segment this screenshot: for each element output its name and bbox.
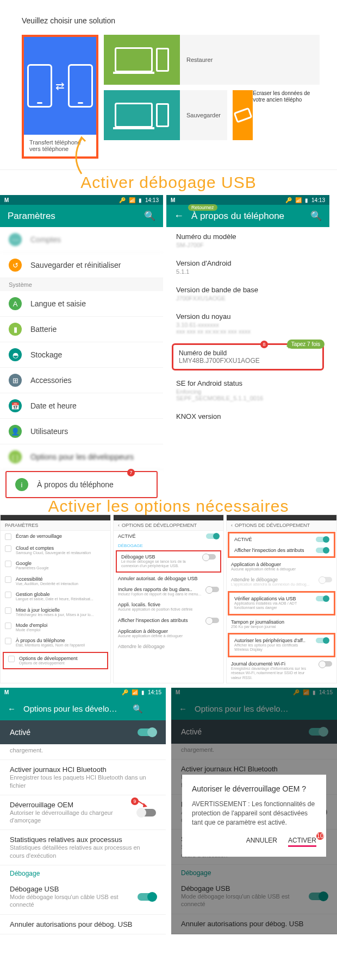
mini-lock[interactable]: Écran de verrouillage: [1, 531, 110, 543]
active-toggle[interactable]: [138, 728, 156, 736]
solution-chooser: Veuillez choisir une solution ⇄ Transfer…: [0, 0, 337, 170]
mini-devopts-col2: ‹OPTIONS DE DÉVELOPPEMENT ACTIVÉ Affiche…: [226, 514, 337, 683]
info-icon: i: [15, 478, 28, 491]
transfer-arrows-icon: ⇄: [55, 79, 65, 92]
mini-devopt-highlighted[interactable]: Options de développementOptions de dével…: [3, 652, 108, 669]
row-comptes[interactable]: ⋯Comptes: [0, 227, 163, 253]
back-icon[interactable]: ←: [8, 704, 16, 713]
about-baseband[interactable]: Version de bande de baseJ700FXXU1AOGE: [166, 280, 329, 307]
mini-about[interactable]: À propos du téléphoneÉtat, Mentions léga…: [1, 635, 110, 650]
orange-group-3: Autoriser les périphériques d'aff..Affic…: [228, 633, 335, 657]
users-icon: 👤: [9, 425, 22, 438]
about-appbar: ← À propos du téléphone 🔍 Retournez: [166, 205, 329, 227]
row-battery[interactable]: ▮Batterie: [0, 317, 163, 342]
headline-options: Activer les options nécessaires: [0, 494, 337, 519]
row-users[interactable]: 👤Utilisateurs: [0, 419, 163, 444]
search-icon[interactable]: 🔍: [133, 704, 143, 714]
debug-category: Débogage: [0, 865, 166, 880]
mini-cloud[interactable]: Cloud et comptesSamsung Cloud, Sauvegard…: [1, 543, 110, 558]
orange-group-2: Vérifier applications via USBApplication…: [228, 591, 335, 615]
settings-title: Paramètres: [8, 211, 55, 222]
about-knox[interactable]: KNOX version: [166, 407, 329, 427]
mini-active[interactable]: ACTIVÉ: [114, 531, 223, 542]
battery-icon: ▮: [9, 323, 22, 336]
about-model[interactable]: Numéro du modèleSM-J700F: [166, 227, 329, 254]
accessories-icon: ⊞: [9, 374, 22, 387]
mini-appdebug[interactable]: Application à déboguerAucune application…: [114, 626, 223, 641]
dev-screen-left: M🔑📶▮14:15 ←Options pour les dévelo…🔍 Act…: [0, 688, 166, 934]
card-transfer[interactable]: ⇄ Transfert téléphone vers téléphone: [22, 35, 98, 159]
mini-inspect[interactable]: Afficher l'inspection des attributs: [114, 615, 223, 626]
mini-gestion[interactable]: Gestion globaleLangue et saisie, Date et…: [1, 589, 110, 604]
search-icon[interactable]: 🔍: [310, 210, 322, 222]
about-se[interactable]: SE for Android statusEnforcingSEPF_SECMO…: [166, 374, 329, 407]
card-restore[interactable]: Restaurer: [104, 35, 320, 85]
about-screen: M🔑📶▮14:13 ← À propos du téléphone 🔍 Reto…: [166, 195, 329, 499]
dialog-activer-button[interactable]: ACTIVER10: [288, 837, 316, 847]
search-icon[interactable]: 🔍: [144, 210, 155, 222]
mini3-wifi[interactable]: Journal documenté Wi-FiEnregistrez davan…: [227, 658, 336, 683]
tap-7-tip: Tapez 7 fois: [287, 340, 324, 349]
dialog-cancel-button[interactable]: ANNULER: [246, 837, 277, 847]
dev-revoke[interactable]: Annuler autorisations pour débog. USB: [0, 915, 166, 934]
mini-mode[interactable]: Mode d'emploiMode d'emploi: [1, 620, 110, 635]
headline-usb-debug: Activer débogage USB: [0, 170, 337, 195]
chooser-title: Veuillez choisir une solution: [22, 16, 315, 25]
dev-hci[interactable]: Activer journaux HCI BluetoothEnregistre…: [0, 760, 166, 795]
system-category: Système: [0, 278, 163, 291]
row-dev-blurred[interactable]: { }Options pour les développeurs: [0, 444, 163, 470]
mini-maj[interactable]: Mise à jour logicielleTéléchargez les mi…: [1, 605, 110, 620]
dialog-title: Autoriser le déverrouillage OEM ?: [192, 784, 316, 793]
mini-google[interactable]: GoogleParamètres Google: [1, 558, 110, 573]
row-date[interactable]: 📅Date et heure: [0, 393, 163, 419]
mini-wait[interactable]: Attendre le débogage: [114, 641, 223, 652]
card-save[interactable]: Sauvegarder: [104, 90, 227, 140]
dev-oem[interactable]: Déverrouillage OEMAutoriser le déverroui…: [0, 795, 166, 831]
language-icon: A: [9, 297, 22, 310]
dialog-body: AVERTISSEMENT : Les fonctionnalités de p…: [192, 800, 316, 827]
storage-icon: ◓: [9, 348, 22, 361]
mini3-tampon[interactable]: Tampon pr journalisation256 Ko par tampo…: [227, 617, 336, 632]
oem-dialog: Autoriser le déverrouillage OEM ? AVERTI…: [182, 775, 326, 857]
eraser-icon: [233, 107, 252, 123]
mini3-appdebug[interactable]: Application à déboguerAucune application…: [227, 559, 336, 574]
dev-screen-right: M🔑📶▮14:15 ←Options pour les dévelo… Acti…: [171, 688, 337, 934]
mini-access[interactable]: AccessibilitéVue, Audition, Dextérité et…: [1, 574, 110, 589]
card-transfer-label: Transfert téléphone vers téléphone: [24, 135, 96, 156]
mini-usb-highlighted[interactable]: Débogage USBLe mode débogage se lance lo…: [116, 550, 221, 573]
date-icon: 📅: [9, 399, 22, 412]
back-icon[interactable]: ←: [174, 210, 184, 222]
row-accessories[interactable]: ⊞Accessories: [0, 368, 163, 393]
about-android[interactable]: Version d'Android5.1.1: [166, 254, 329, 280]
settings-screen: M🔑📶▮14:13 Paramètres 🔍 ⋯Comptes ↺Sauvega…: [0, 195, 163, 499]
orange-group-1: ACTIVÉ Afficher l'inspection des attribu…: [228, 532, 335, 558]
about-kernel[interactable]: Version du noyau3.10.61-xxxxxxxxxx xxx x…: [166, 307, 329, 340]
row-storage[interactable]: ◓Stockage: [0, 342, 163, 368]
dev-active-row[interactable]: Activé: [0, 720, 166, 744]
mini3-wait[interactable]: Attendre le débogageL'application attend…: [227, 574, 336, 589]
key-icon: 🔑: [119, 197, 126, 203]
about-build-highlighted[interactable]: Numéro de build LMY48B.J700FXXU1AOGE 8 T…: [172, 343, 324, 370]
oem-toggle[interactable]: [138, 809, 156, 816]
dev-usb[interactable]: Débogage USBMode débogage lorsqu'un câbl…: [0, 880, 166, 915]
mini-revoke[interactable]: Annuler autorisat. de débogage USB: [114, 573, 223, 584]
retournez-tip: Retournez: [188, 204, 217, 211]
row-language[interactable]: ALangue et saisie: [0, 291, 163, 317]
mini-settings-col: PARAMÈTRES Écran de verrouillage Cloud e…: [0, 514, 111, 683]
row-backup[interactable]: ↺Sauvegarder et réinitialiser: [0, 253, 163, 278]
card-erase[interactable]: Ecraser les données de votre ancien télé…: [233, 90, 320, 140]
dev-stats[interactable]: Statistiques relatives aux processusStat…: [0, 830, 166, 865]
usb-toggle[interactable]: [138, 893, 156, 901]
backup-icon: ↺: [9, 259, 22, 272]
mini-bug[interactable]: Inclure des rapports de bug dans..Inclue…: [114, 584, 223, 599]
mini-devopts-col: ‹OPTIONS DE DÉVELOPPEMENT ACTIVÉ DÉBOGAG…: [113, 514, 224, 683]
mini-mock[interactable]: Appli. localis. fictiveAucune applicatio…: [114, 599, 223, 614]
settings-appbar: Paramètres 🔍: [0, 205, 163, 227]
